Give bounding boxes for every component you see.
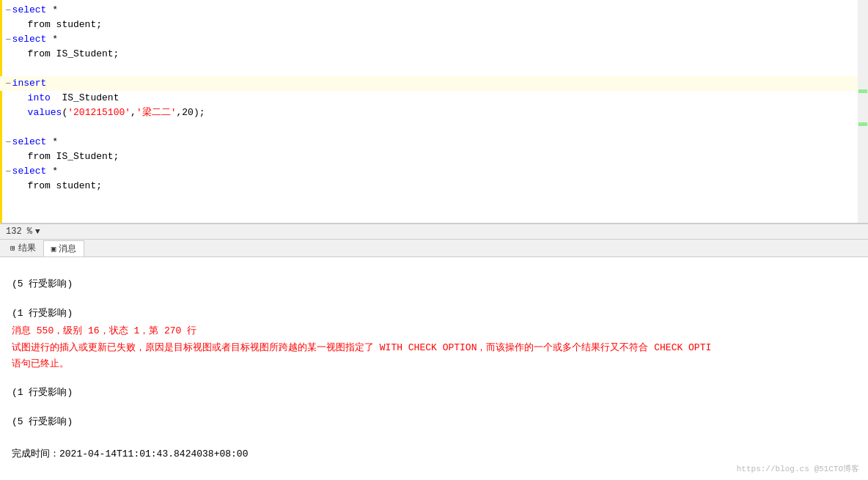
watermark: https://blog.cs @51CTO博客 — [737, 463, 859, 474]
editor-line-9 — [0, 120, 868, 135]
editor-line-5 — [0, 62, 868, 76]
keyword-select-1: select — [12, 3, 47, 18]
editor-scrollbar[interactable] — [858, 0, 868, 223]
collapse-icon-3[interactable]: ─ — [6, 32, 11, 47]
keyword-select-12: select — [12, 164, 47, 179]
msg-empty-2 — [12, 373, 856, 385]
results-tab-icon: ⊞ — [10, 243, 15, 253]
message-text-1: (5 行受影响) — [12, 278, 73, 289]
watermark-url: https://blog.cs — [737, 465, 809, 473]
zoom-level: 132 % — [6, 226, 32, 237]
editor-line-13: from student; — [0, 179, 868, 193]
tab-results-label: 结果 — [18, 242, 36, 254]
editor-line-10: ─ select * — [0, 135, 868, 149]
message-text-2: (1 行受影响) — [12, 308, 73, 319]
message-empty-top — [12, 263, 856, 275]
keyword-values: values — [16, 106, 62, 120]
editor-line-7: into IS_Student — [0, 91, 868, 106]
tab-messages[interactable]: ▣ 消息 — [43, 240, 85, 256]
editor-line-2: from student; — [0, 18, 868, 32]
editor-line-8: values('201215100','梁二二',20); — [0, 106, 868, 120]
zoom-bar: 132 % ▼ — [0, 224, 868, 240]
message-error-header: 消息 550，级别 16，状态 1，第 270 行 — [12, 325, 196, 336]
message-row-error-detail: 试图进行的插入或更新已失败，原因是目标视图或者目标视图所跨越的某一视图指定了 W… — [12, 341, 856, 355]
collapse-icon-12[interactable]: ─ — [6, 164, 11, 179]
message-row-1: (5 行受影响) — [12, 276, 856, 292]
editor-line-12: ─ select * — [0, 164, 868, 179]
message-timestamp: 完成时间：2021-04-14T11:01:43.8424038+08:00 — [12, 446, 856, 462]
messages-tab-icon: ▣ — [51, 244, 56, 254]
keyword-select-3: select — [12, 32, 47, 47]
editor-line-6: ─ insert — [0, 76, 868, 91]
message-row-error-end: 语句已终止。 — [12, 357, 856, 372]
watermark-source: @51CTO博客 — [814, 465, 859, 473]
keyword-insert: insert — [12, 76, 47, 91]
message-text-4: (5 行受影响) — [12, 416, 73, 427]
messages-panel[interactable]: (5 行受影响) (1 行受影响) 消息 550，级别 16，状态 1，第 27… — [0, 257, 868, 480]
tab-messages-label: 消息 — [59, 243, 76, 255]
keyword-into: into — [16, 91, 51, 106]
message-row-2: (1 行受影响) — [12, 306, 856, 322]
tabs-bar: ⊞ 结果 ▣ 消息 — [0, 240, 868, 257]
editor-line-11: from IS_Student; — [0, 149, 868, 164]
scroll-marker-2 — [858, 122, 867, 126]
message-row-3: (1 行受影响) — [12, 385, 856, 401]
msg-empty-4 — [12, 432, 856, 443]
keyword-select-10: select — [12, 135, 47, 149]
timestamp-text: 完成时间：2021-04-14T11:01:43.8424038+08:00 — [12, 448, 248, 459]
collapse-icon-6[interactable]: ─ — [6, 76, 11, 91]
msg-empty-3 — [12, 402, 856, 414]
editor-line-1: ─ select * — [0, 3, 868, 18]
editor-content: ─ select * from student; ─ select * from… — [0, 0, 868, 196]
message-error-detail: 试图进行的插入或更新已失败，原因是目标视图或者目标视图所跨越的某一视图指定了 W… — [12, 342, 711, 353]
tab-results[interactable]: ⊞ 结果 — [3, 240, 43, 256]
sql-editor[interactable]: ─ select * from student; ─ select * from… — [0, 0, 868, 224]
message-text-3: (1 行受影响) — [12, 387, 73, 398]
collapse-icon-1[interactable]: ─ — [6, 3, 11, 18]
message-row-4: (5 行受影响) — [12, 414, 856, 430]
scroll-marker-1 — [858, 89, 867, 93]
collapse-icon-10[interactable]: ─ — [6, 135, 11, 149]
editor-line-4: from IS_Student; — [0, 47, 868, 62]
editor-line-3: ─ select * — [0, 32, 868, 47]
zoom-dropdown[interactable]: ▼ — [35, 227, 40, 236]
message-row-error-header: 消息 550，级别 16，状态 1，第 270 行 — [12, 323, 856, 339]
msg-empty-1 — [12, 294, 856, 306]
message-error-end: 语句已终止。 — [12, 358, 69, 369]
